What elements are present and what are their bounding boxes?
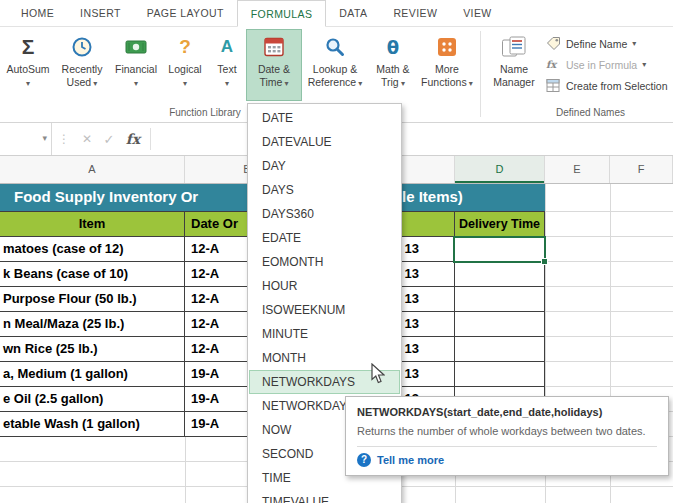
menu-item-timevalue[interactable]: TIMEVALUE — [249, 490, 400, 503]
menu-item-days360[interactable]: DAYS360 — [249, 202, 400, 226]
help-icon: ? — [357, 453, 371, 467]
menu-item-date[interactable]: DATE — [249, 106, 400, 130]
cell-item[interactable]: a, Medium (1 gallon) — [0, 362, 185, 387]
date-received-fragment: 13 — [405, 237, 419, 261]
tell-me-more-link[interactable]: ? Tell me more — [357, 453, 657, 467]
menu-item-edate[interactable]: EDATE — [249, 226, 400, 250]
cell-delivery-time[interactable] — [455, 362, 545, 387]
menu-item-day[interactable]: DAY — [249, 154, 400, 178]
function-tooltip: NETWORKDAYS(start_date,end_date,holidays… — [345, 396, 669, 476]
date-received-fragment: 13 — [405, 287, 419, 311]
menu-item-days[interactable]: DAYS — [249, 178, 400, 202]
cell-item[interactable]: e Oil (2.5 gallon) — [0, 387, 185, 412]
tell-me-more-label: Tell me more — [377, 454, 444, 466]
cell-delivery-time[interactable] — [455, 312, 545, 337]
header-cell-delivery-time[interactable]: Delivery Time — [455, 212, 545, 237]
cell-item[interactable]: wn Rice (25 lb.) — [0, 337, 185, 362]
header-cell-item[interactable]: Item — [0, 212, 185, 237]
cell-delivery-time[interactable] — [455, 287, 545, 312]
excel-window: HOMEINSERTPAGE LAYOUTFORMULASDATAREVIEWV… — [0, 0, 673, 503]
cell-delivery-time[interactable] — [455, 262, 545, 287]
cell-item[interactable]: k Beans (case of 10) — [0, 262, 185, 287]
sheet-title-left-fragment: Food Supply Inventory Or — [14, 188, 198, 205]
date-received-fragment: 13 — [405, 337, 419, 361]
sheet-title-right-fragment: le Items) — [402, 188, 463, 205]
divider — [357, 446, 657, 447]
cell-item[interactable]: matoes (case of 12) — [0, 237, 185, 262]
cell-item[interactable]: etable Wash (1 gallon) — [0, 412, 185, 437]
menu-item-isoweeknum[interactable]: ISOWEEKNUM — [249, 298, 400, 322]
menu-item-minute[interactable]: MINUTE — [249, 322, 400, 346]
date-received-fragment: 13 — [405, 362, 419, 386]
menu-item-eomonth[interactable]: EOMONTH — [249, 250, 400, 274]
tooltip-body: Returns the number of whole workdays bet… — [357, 424, 657, 439]
cell-item[interactable]: Purpose Flour (50 lb.) — [0, 287, 185, 312]
fill-handle[interactable] — [541, 258, 548, 265]
tab-formulas[interactable]: FORMULAS — [237, 0, 327, 27]
cell-delivery-time[interactable] — [455, 337, 545, 362]
tooltip-title: NETWORKDAYS(start_date,end_date,holidays… — [357, 406, 657, 418]
selected-cell[interactable] — [453, 236, 546, 263]
date-received-fragment: 13 — [405, 262, 419, 286]
menu-item-datevalue[interactable]: DATEVALUE — [249, 130, 400, 154]
cell-item[interactable]: n Meal/Maza (25 lb.) — [0, 312, 185, 337]
mouse-cursor — [371, 363, 385, 388]
date-received-fragment: 13 — [405, 312, 419, 336]
menu-item-hour[interactable]: HOUR — [249, 274, 400, 298]
